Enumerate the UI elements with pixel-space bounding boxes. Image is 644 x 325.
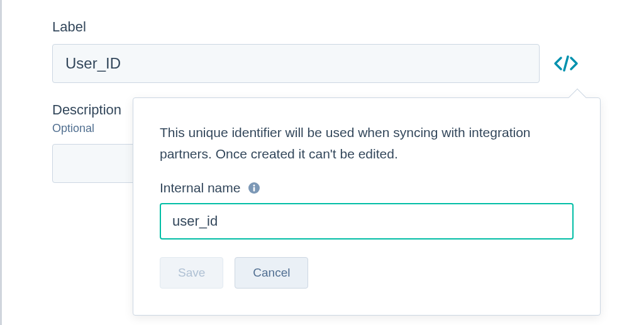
description-input[interactable] (52, 144, 140, 183)
popover-help-text: This unique identifier will be used when… (160, 122, 574, 164)
internal-name-input[interactable] (160, 203, 574, 240)
svg-rect-2 (253, 187, 255, 192)
label-input-row (52, 44, 644, 83)
svg-point-1 (253, 185, 255, 187)
label-field-label: Label (52, 19, 644, 35)
save-button[interactable]: Save (160, 257, 223, 289)
code-icon[interactable] (553, 55, 579, 72)
label-field-group: Label (52, 19, 644, 83)
internal-name-popover: This unique identifier will be used when… (133, 97, 601, 316)
internal-name-label-row: Internal name (160, 180, 574, 196)
cancel-button[interactable]: Cancel (235, 257, 308, 289)
internal-name-label: Internal name (160, 180, 240, 196)
popover-arrow (569, 89, 586, 106)
info-icon[interactable] (248, 182, 260, 194)
popover-button-row: Save Cancel (160, 257, 574, 289)
label-input[interactable] (52, 44, 540, 83)
